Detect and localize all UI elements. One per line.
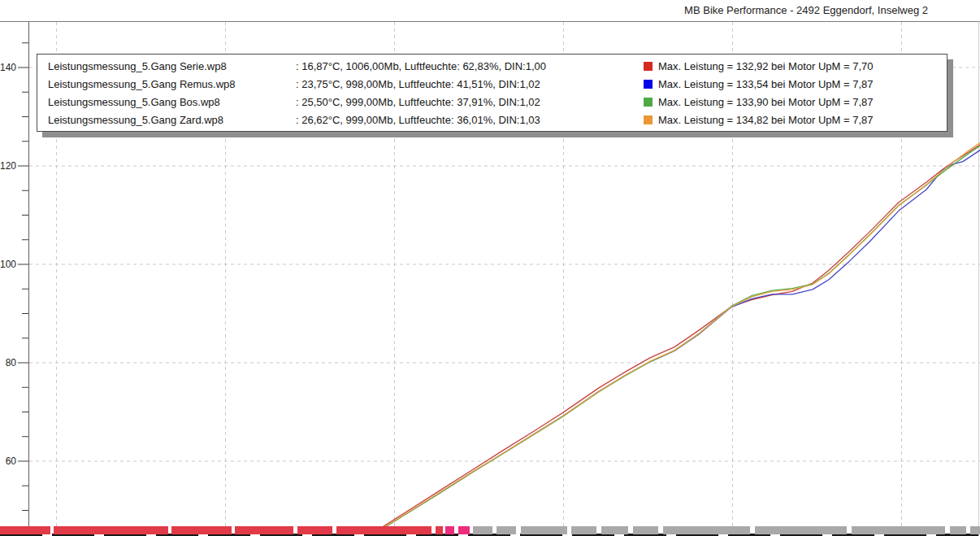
series-color-swatch-icon	[644, 62, 653, 71]
legend-max-power: Max. Leistung = 133,90 bei Motor UpM = 7…	[658, 96, 947, 108]
red-clipped-bar-seg-6	[436, 526, 443, 534]
pink-clipped-bar-seg-0	[445, 526, 454, 534]
legend-file-name: Leistungsmessung_5.Gang Bos.wp8	[37, 96, 296, 108]
legend-row-leistungsmessung-5-gang-bos-wp8[interactable]: Leistungsmessung_5.Gang Bos.wp8 : 25,50°…	[37, 94, 947, 111]
measurement-legend-box: Leistungsmessung_5.Gang Serie.wp8 : 16,8…	[37, 54, 947, 132]
y-tick-label-140: 140	[0, 62, 16, 73]
power-curves-layer	[358, 143, 980, 536]
legend-max-power: Max. Leistung = 134,82 bei Motor UpM = 7…	[658, 114, 947, 126]
gray-clipped-bar-seg-2	[521, 526, 567, 534]
red-clipped-bar-seg-2	[171, 526, 232, 534]
gray-clipped-bar-seg-4	[601, 526, 628, 534]
dyno-chart-screen: MB Bike Performance - 2492 Eggendorf, In…	[0, 0, 980, 536]
gray-clipped-bar-seg-1	[497, 526, 516, 534]
legend-row-leistungsmessung-5-gang-zard-wp8[interactable]: Leistungsmessung_5.Gang Zard.wp8 : 26,62…	[37, 111, 947, 129]
y-tick-label-80: 80	[6, 357, 17, 368]
legend-max-power: Max. Leistung = 132,92 bei Motor UpM = 7…	[658, 60, 947, 72]
series-color-swatch-icon	[644, 98, 653, 107]
pink-clipped-bar-seg-1	[458, 526, 470, 534]
legend-row-leistungsmessung-5-gang-serie-wp8[interactable]: Leistungsmessung_5.Gang Serie.wp8 : 16,8…	[37, 58, 947, 75]
legend-conditions: : 16,87°C, 1006,00Mb, Luftfeuchte: 62,83…	[296, 60, 644, 72]
gray-clipped-bar-seg-5	[633, 526, 658, 534]
legend-conditions: : 23,75°C, 998,00Mb, Luftfeuchte: 41,51%…	[296, 78, 644, 90]
y-tick-label-60: 60	[6, 455, 17, 467]
legend-file-name: Leistungsmessung_5.Gang Zard.wp8	[37, 114, 296, 126]
gray-clipped-bar-seg-3	[571, 526, 596, 534]
red-clipped-bar-seg-0	[0, 526, 50, 534]
legend-file-name: Leistungsmessung_5.Gang Remus.wp8	[37, 78, 296, 90]
power-curve-zard	[358, 143, 980, 536]
y-tick-label-120: 120	[0, 160, 16, 172]
gray-clipped-bar-seg-9	[950, 526, 966, 534]
red-clipped-bar-seg-3	[235, 526, 293, 534]
legend-max-power: Max. Leistung = 133,54 bei Motor UpM = 7…	[658, 78, 947, 90]
y-tick-label-100: 100	[0, 259, 16, 270]
bottom-clipped-bars-layer	[0, 526, 980, 535]
power-curve-serie	[358, 145, 980, 536]
legend-row-leistungsmessung-5-gang-remus-wp8[interactable]: Leistungsmessung_5.Gang Remus.wp8 : 23,7…	[37, 76, 947, 93]
series-color-swatch-icon	[644, 115, 653, 124]
legend-conditions: : 25,50°C, 999,00Mb, Luftfeuchte: 37,91%…	[296, 96, 644, 108]
series-color-swatch-icon	[644, 80, 653, 89]
red-clipped-bar-seg-4	[297, 526, 332, 534]
gray-clipped-bar-seg-7	[755, 526, 847, 534]
gray-clipped-bar-seg-0	[473, 526, 492, 534]
red-clipped-bar-seg-1	[54, 526, 168, 534]
legend-file-name: Leistungsmessung_5.Gang Serie.wp8	[37, 60, 296, 72]
power-curve-remus	[358, 150, 980, 536]
gray-clipped-bar-seg-6	[663, 526, 750, 534]
gray-clipped-bar-seg-8	[852, 526, 945, 534]
red-clipped-bar-seg-5	[336, 526, 431, 534]
legend-conditions: : 26,62°C, 999,00Mb, Luftfeuchte: 36,01%…	[296, 114, 644, 126]
gray-clipped-bar-seg-10	[970, 526, 980, 534]
power-curve-bos	[358, 146, 980, 536]
